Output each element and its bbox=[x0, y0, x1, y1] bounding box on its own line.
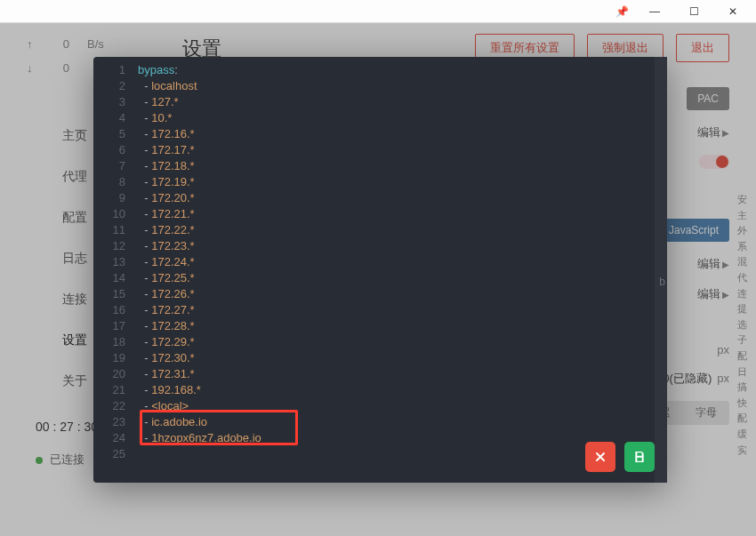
line-number: 14 bbox=[93, 270, 125, 286]
line-number: 13 bbox=[93, 254, 125, 270]
code-line[interactable]: - 172.16.* bbox=[138, 126, 667, 142]
code-line[interactable]: - 172.28.* bbox=[138, 318, 667, 334]
code-line[interactable]: - 10.* bbox=[138, 110, 667, 126]
code-line[interactable]: - 172.22.* bbox=[138, 222, 667, 238]
line-number: 4 bbox=[93, 110, 125, 126]
line-gutter: 1234567891011121314151617181920212223242… bbox=[93, 62, 138, 483]
code-line[interactable]: - 127.* bbox=[138, 94, 667, 110]
line-number: 16 bbox=[93, 302, 125, 318]
close-button[interactable]: ✕ bbox=[713, 0, 752, 23]
line-number: 19 bbox=[93, 350, 125, 366]
code-line[interactable]: - 172.27.* bbox=[138, 302, 667, 318]
line-number: 12 bbox=[93, 238, 125, 254]
code-line[interactable]: - 192.168.* bbox=[138, 382, 667, 398]
line-number: 21 bbox=[93, 382, 125, 398]
code-line[interactable]: - 172.21.* bbox=[138, 206, 667, 222]
code-line[interactable]: - 172.26.* bbox=[138, 286, 667, 302]
save-button[interactable] bbox=[624, 442, 655, 472]
code-line[interactable]: - 172.30.* bbox=[138, 350, 667, 366]
line-number: 1 bbox=[93, 62, 125, 78]
line-number: 15 bbox=[93, 286, 125, 302]
line-number: 3 bbox=[93, 94, 125, 110]
line-number: 22 bbox=[93, 398, 125, 414]
code-line[interactable]: - 172.31.* bbox=[138, 366, 667, 382]
line-number: 24 bbox=[93, 430, 125, 446]
line-number: 17 bbox=[93, 318, 125, 334]
code-line[interactable]: - localhost bbox=[138, 78, 667, 94]
modal-actions bbox=[585, 442, 655, 472]
cancel-button[interactable] bbox=[585, 442, 615, 472]
code-line[interactable]: bypass: bbox=[138, 62, 667, 78]
line-number: 23 bbox=[93, 414, 125, 430]
line-number: 8 bbox=[93, 174, 125, 190]
save-icon bbox=[632, 450, 647, 464]
code-line[interactable]: - 172.17.* bbox=[138, 142, 667, 158]
line-number: 25 bbox=[93, 446, 125, 462]
line-number: 5 bbox=[93, 126, 125, 142]
line-number: 7 bbox=[93, 158, 125, 174]
pin-icon[interactable]: 📌 bbox=[608, 0, 635, 23]
bypass-editor-modal: 1234567891011121314151617181920212223242… bbox=[93, 57, 667, 483]
code-line[interactable]: - 172.23.* bbox=[138, 238, 667, 254]
line-number: 9 bbox=[93, 190, 125, 206]
code-editor[interactable]: 1234567891011121314151617181920212223242… bbox=[93, 57, 667, 483]
code-line[interactable]: - 172.19.* bbox=[138, 174, 667, 190]
code-area[interactable]: bypass: - localhost - 127.* - 10.* - 172… bbox=[138, 62, 667, 483]
scroll-indicator: b bbox=[659, 274, 665, 290]
line-number: 11 bbox=[93, 222, 125, 238]
line-number: 6 bbox=[93, 142, 125, 158]
code-line[interactable]: - 172.18.* bbox=[138, 158, 667, 174]
close-icon bbox=[593, 450, 607, 464]
maximize-button[interactable]: ☐ bbox=[674, 0, 713, 23]
code-line[interactable]: - 172.24.* bbox=[138, 254, 667, 270]
line-number: 10 bbox=[93, 206, 125, 222]
minimize-button[interactable]: — bbox=[635, 0, 674, 23]
line-number: 2 bbox=[93, 78, 125, 94]
code-line[interactable]: - ic.adobe.io bbox=[138, 414, 667, 430]
code-line[interactable]: - 172.25.* bbox=[138, 270, 667, 286]
code-line[interactable]: - 172.20.* bbox=[138, 190, 667, 206]
line-number: 18 bbox=[93, 334, 125, 350]
titlebar: 📌 — ☐ ✕ bbox=[0, 0, 756, 23]
line-number: 20 bbox=[93, 366, 125, 382]
code-line[interactable]: - <local> bbox=[138, 398, 667, 414]
code-line[interactable]: - 172.29.* bbox=[138, 334, 667, 350]
scrollbar[interactable] bbox=[658, 57, 667, 483]
